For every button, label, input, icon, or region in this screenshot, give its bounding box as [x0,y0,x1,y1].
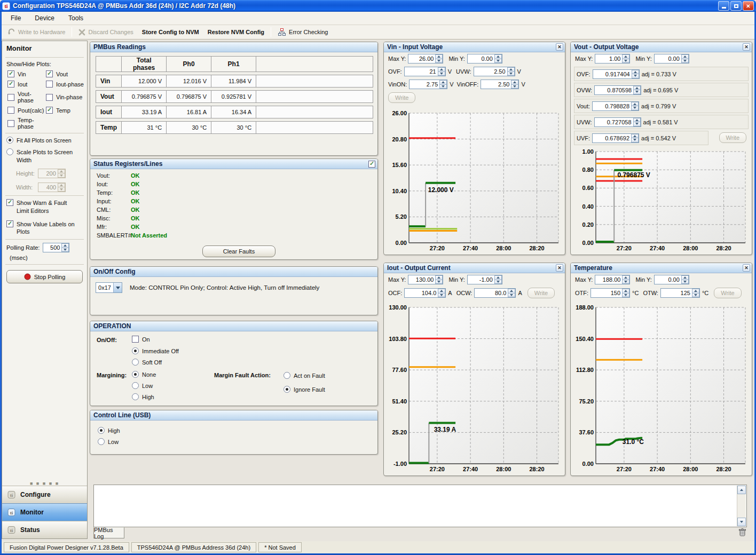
checkbox-show-warn-editors[interactable]: ✓ Show Warn & Fault Limit Editors [2,198,87,216]
onoff-config-dropdown[interactable]: 0x17 [96,282,122,293]
nav-status[interactable]: ti Status [2,521,87,538]
width-spinner[interactable] [58,183,65,192]
spinner[interactable] [508,289,515,297]
ovf-input[interactable]: 21 [404,67,446,76]
stop-polling-button[interactable]: Stop Polling [6,270,83,283]
max-y-input[interactable]: 188.00 [595,275,630,284]
menu-tools[interactable]: Tools [62,13,90,23]
spinner[interactable] [494,275,502,284]
temperature-chart[interactable]: 0.0037.6075.20112.80150.40188.0027:2027:… [572,303,750,474]
spinner[interactable] [511,80,518,89]
radio-margining-high[interactable]: High [132,393,154,400]
spinner[interactable] [622,275,629,284]
spinner[interactable] [633,86,641,94]
status-registers-checkbox[interactable]: ✓ [368,161,375,168]
spinner[interactable] [494,54,502,63]
vinoff-input[interactable]: 2.50 [481,80,519,89]
error-checking-button[interactable]: Error Checking [273,26,332,38]
radio-control-high[interactable]: High [98,427,120,434]
maximize-button[interactable] [730,1,742,11]
uvf-input[interactable]: 0.678692 [592,133,639,143]
spinner[interactable] [435,54,443,63]
menu-file[interactable]: File [4,13,27,23]
scrollbar-up-button[interactable] [737,486,746,494]
checkbox-iout-phase[interactable]: Iout-phase [46,81,87,88]
spinner[interactable] [622,54,629,63]
radio-fit-all-plots[interactable]: Fit All Plots on Screen [2,136,87,145]
spinner[interactable] [692,289,699,297]
spinner[interactable] [631,102,639,110]
spinner[interactable] [681,275,689,284]
ocw-input[interactable]: 80.0 [474,288,516,298]
vout-input[interactable]: 0.798828 [592,101,639,111]
checkbox-vin-phase[interactable]: Vin-phase [46,91,87,104]
polling-spinner[interactable] [61,243,69,252]
min-y-input[interactable]: 0.00 [654,54,689,64]
vin-chart[interactable]: 0.005.2010.4015.6020.8026.0027:2027:4028… [385,109,563,253]
vinon-input[interactable]: 2.75 [409,80,447,89]
ocf-input[interactable]: 104.0 [404,288,446,298]
iout-chart[interactable]: -1.0025.2051.4077.60103.80130.0027:2027:… [385,303,563,474]
spinner[interactable] [632,70,639,78]
menu-device[interactable]: Device [28,13,61,23]
radio-ignore-fault[interactable]: Ignore Fault [284,386,325,393]
radio-soft-off[interactable]: Soft Off [132,359,162,366]
trash-icon[interactable] [738,528,747,537]
spinner[interactable] [435,275,443,284]
max-y-input[interactable]: 130.00 [408,275,443,284]
pmbus-log-tab[interactable]: PMBus Log [93,527,124,538]
radio-immediate-off[interactable]: Immediate Off [132,347,179,354]
checkbox-on[interactable]: On [132,336,150,343]
checkbox-temp[interactable]: ✓Temp [46,107,87,114]
radio-margining-none[interactable]: None [132,371,156,378]
checkbox-show-value-labels[interactable]: ✓ Show Value Labels on Plots [2,219,87,237]
vout-chart[interactable]: 0.000.200.400.600.801.0027:2027:4028:002… [572,147,750,253]
ovf-input[interactable]: 0.917404 [593,69,640,79]
write-button[interactable]: Write [714,288,741,298]
min-y-input[interactable]: 0.00 [467,54,502,64]
max-y-input[interactable]: 1.00 [595,54,630,64]
spinner[interactable] [633,118,641,126]
checkbox-vin[interactable]: ✓Vin [7,70,46,77]
spinner[interactable] [631,134,639,142]
spinner[interactable] [507,67,515,76]
write-button[interactable]: Write [719,132,746,143]
width-input[interactable]: 400 [38,183,66,192]
scrollbar-down-button[interactable] [737,518,746,526]
spinner[interactable] [438,289,445,297]
clear-faults-button[interactable]: Clear Faults [202,245,275,257]
max-y-input[interactable]: 26.00 [408,54,443,64]
polling-rate-input[interactable]: 500 [43,243,69,252]
discard-changes-button[interactable]: Discard Changes [74,27,137,37]
uvw-input[interactable]: 2.50 [474,67,515,76]
checkbox-temp-phase[interactable]: Temp-phase [7,117,46,130]
close-plot-button[interactable]: ✕ [556,264,563,272]
spinner[interactable] [681,54,689,63]
close-plot-button[interactable]: ✕ [743,43,750,51]
write-button[interactable]: Write [527,288,555,298]
spinner[interactable] [439,80,447,89]
close-plot-button[interactable]: ✕ [556,43,563,51]
radio-act-on-fault[interactable]: Act on Fault [284,372,325,379]
height-spinner[interactable] [58,169,65,178]
radio-scale-plots[interactable]: Scale Plots to Screen Width [2,147,87,165]
checkbox-vout[interactable]: ✓Vout [46,70,87,77]
uvw-input[interactable]: 0.727058 [594,117,641,127]
write-button[interactable]: Write [388,92,415,103]
min-y-input[interactable]: -1.00 [467,275,502,284]
restore-nvm-config-button[interactable]: Restore NVM Config [203,27,269,37]
ovw-input[interactable]: 0.870598 [594,85,641,95]
height-input[interactable]: 200 [38,169,66,178]
checkbox-vout-phase[interactable]: Vout-phase [7,91,46,104]
radio-control-low[interactable]: Low [98,438,119,445]
minimize-button[interactable] [718,1,729,11]
nav-monitor[interactable]: ti Monitor [2,503,87,521]
write-to-hardware-button[interactable]: Write to Hardware [3,27,69,37]
spinner[interactable] [622,289,629,297]
radio-margining-low[interactable]: Low [132,382,153,389]
store-config-nvm-button[interactable]: Store Config to NVM [138,27,203,37]
checkbox-pout-calc[interactable]: Pout(calc) [7,107,46,114]
min-y-input[interactable]: 0.00 [654,275,689,284]
checkbox-iout[interactable]: ✓Iout [7,81,46,88]
log-scrollbar[interactable] [737,486,746,526]
